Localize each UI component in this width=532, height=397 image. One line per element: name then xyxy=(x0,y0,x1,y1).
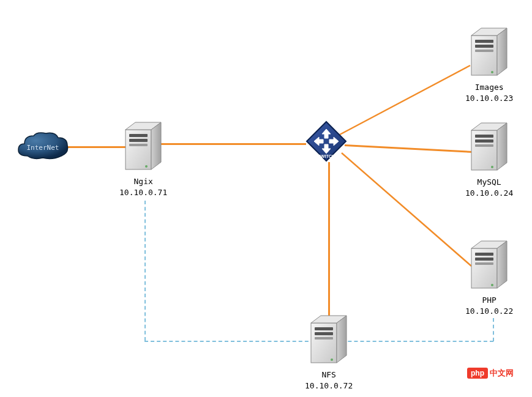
server-icon xyxy=(466,119,512,174)
svg-rect-17 xyxy=(475,50,493,52)
svg-rect-7 xyxy=(129,139,148,142)
svg-marker-5 xyxy=(151,122,161,169)
switch-icon: SWITCH xyxy=(305,120,348,163)
node-nginx: Ngix 10.10.0.71 xyxy=(119,119,167,198)
svg-rect-8 xyxy=(129,144,148,146)
svg-text:InterNet: InterNet xyxy=(27,144,59,152)
node-mysql: MySQL 10.10.0.24 xyxy=(465,119,513,198)
svg-rect-30 xyxy=(475,258,493,261)
node-switch: SWITCH xyxy=(305,120,348,163)
svg-line-1 xyxy=(342,153,471,266)
svg-point-25 xyxy=(491,166,493,168)
cloud-icon: InterNet xyxy=(15,128,70,165)
watermark-logo: php xyxy=(467,368,488,379)
svg-rect-36 xyxy=(315,327,333,330)
server-icon xyxy=(466,237,512,292)
svg-point-18 xyxy=(491,71,493,73)
svg-point-39 xyxy=(331,358,333,361)
watermark-text: 中文网 xyxy=(490,368,514,379)
label-nfs: NFS 10.10.0.72 xyxy=(305,369,353,391)
link-switch-nfs xyxy=(328,162,330,320)
svg-rect-23 xyxy=(475,139,493,143)
svg-rect-38 xyxy=(315,337,333,339)
node-images: Images 10.10.0.23 xyxy=(465,24,513,103)
svg-marker-35 xyxy=(337,316,347,363)
label-images: Images 10.10.0.23 xyxy=(465,82,513,103)
svg-rect-31 xyxy=(475,262,493,265)
link-dash-nginx-down xyxy=(144,201,146,341)
svg-marker-28 xyxy=(497,241,507,288)
svg-rect-24 xyxy=(475,144,493,147)
node-nfs: NFS 10.10.0.72 xyxy=(305,312,353,391)
svg-text:SWITCH: SWITCH xyxy=(318,154,335,158)
svg-point-32 xyxy=(491,284,493,286)
watermark: php 中文网 xyxy=(467,368,514,379)
svg-rect-22 xyxy=(475,135,493,138)
svg-rect-29 xyxy=(475,253,493,256)
link-switch-php xyxy=(0,0,532,397)
svg-marker-21 xyxy=(497,123,507,170)
label-php: PHP 10.10.0.22 xyxy=(465,295,513,316)
svg-rect-6 xyxy=(129,134,148,137)
link-dash-php-down xyxy=(493,318,494,341)
label-nginx: Ngix 10.10.0.71 xyxy=(119,176,167,198)
server-icon xyxy=(466,24,512,80)
svg-rect-37 xyxy=(315,332,333,335)
node-php: PHP 10.10.0.22 xyxy=(465,237,513,316)
svg-point-9 xyxy=(145,165,148,168)
server-icon xyxy=(121,119,167,174)
server-icon xyxy=(306,312,352,367)
svg-rect-15 xyxy=(475,40,493,43)
label-mysql: MySQL 10.10.0.24 xyxy=(465,177,513,198)
svg-marker-14 xyxy=(497,28,507,75)
node-internet: InterNet xyxy=(15,128,70,165)
svg-rect-16 xyxy=(475,45,493,48)
